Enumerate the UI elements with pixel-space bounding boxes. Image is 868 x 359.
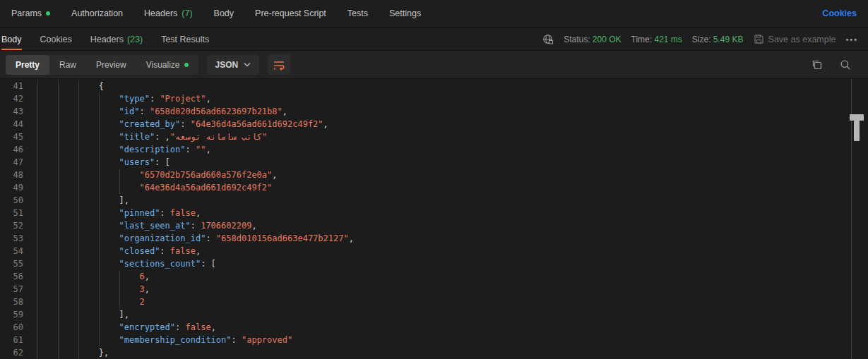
size-stat[interactable]: Size: 5.49 KB [692,35,744,44]
indent-guide [78,130,99,143]
line-number: 50 [0,194,23,207]
status-stat[interactable]: Status: 200 OK [564,35,621,44]
indent-guide [99,156,119,169]
code-line[interactable]: 50], [0,194,868,207]
more-options-button[interactable]: ••• [845,35,858,44]
view-mode-group: PrettyRawPreviewVisualize [6,55,198,75]
code-token: , [206,143,210,156]
code-line[interactable]: 48"6570d2b756ad660a576f2e0a", [0,169,868,181]
code-token: : [185,143,195,156]
code-line[interactable]: 45"title": ,"⁦توسعه⁩ ⁦سامانه⁩ ⁦کاتب⁩" [0,130,868,143]
line-content: "64e36d4a56ad661d692c49f2" [23,181,272,194]
network-info-icon[interactable] [542,34,554,45]
request-tab-pre-request-script[interactable]: Pre-request Script [255,8,326,18]
indent-guide [78,118,99,130]
request-tab-settings[interactable]: Settings [389,8,421,18]
save-as-example-label: Save as example [768,35,836,44]
time-stat[interactable]: Time: 421 ms [631,35,682,44]
code-line[interactable]: 47"users": [ [0,156,868,169]
response-tab-headers[interactable]: Headers(23) [90,28,143,50]
line-content: 6, [23,270,150,283]
indent-guide [37,308,58,321]
view-toolbar: PrettyRawPreviewVisualize JSON [0,51,868,79]
indent-guide [78,219,99,232]
indent-guide [99,92,119,105]
code-line[interactable]: 566, [0,270,868,283]
scrollbar-track[interactable] [851,79,852,359]
code-line[interactable]: 59], [0,308,868,321]
request-tab-tests[interactable]: Tests [347,8,368,18]
code-line[interactable]: 43"id": "658d020d56ad6623697b21b8", [0,105,868,118]
line-content: "closed": false, [23,245,201,257]
line-content: "organization_id": "658d010156ad663e477b… [23,232,354,245]
code-line[interactable]: 61"membership_condition": "approved" [0,334,868,346]
code-token: , [272,169,277,181]
indent-guide [99,169,119,181]
code-line[interactable]: 51"pinned": false, [0,207,868,219]
response-tab-cookies[interactable]: Cookies [40,28,72,50]
view-mode-pretty[interactable]: Pretty [6,55,49,75]
code-token: "last_seen_at" [119,219,191,232]
code-line[interactable]: 54"closed": false, [0,245,868,257]
response-body-viewer[interactable]: 41{42"type": "Project",43"id": "658d020d… [0,79,868,359]
line-number: 54 [0,245,23,257]
request-tab-authorization[interactable]: Authorization [71,8,123,18]
size-value: 5.49 KB [713,35,744,44]
code-token: : [206,232,215,245]
code-token: "658d020d56ad6623697b21b8" [150,105,283,118]
code-token: : [155,130,165,143]
code-line[interactable]: 52"last_seen_at": 1706602209, [0,219,868,232]
request-tab-bar: ParamsAuthorizationHeaders(7)BodyPre-req… [0,0,868,28]
code-token: , [323,118,328,130]
line-content: "6570d2b756ad660a576f2e0a", [23,169,278,181]
code-token: false [186,321,211,334]
line-content: { [23,80,104,92]
code-line[interactable]: 53"organization_id": "658d010156ad663e47… [0,232,868,245]
request-tab-params[interactable]: Params [11,8,50,18]
indent-guide [58,169,78,181]
code-line[interactable]: 55"sections_count": [ [0,257,868,270]
request-tab-body[interactable]: Body [214,8,234,18]
code-line[interactable]: 44"created_by": "64e36d4a56ad661d692c49f… [0,118,868,130]
code-line[interactable]: 62}, [0,346,868,359]
indent-guide [99,143,119,156]
indent-guide [78,80,99,92]
view-mode-visualize[interactable]: Visualize [136,55,198,75]
code-line[interactable]: 42"type": "Project", [0,92,868,105]
response-tab-body[interactable]: Body [1,28,22,50]
cookies-link[interactable]: Cookies [822,8,857,18]
response-tab-test-results[interactable]: Test Results [161,28,209,50]
status-value: 200 OK [593,35,622,44]
indent-guide [37,257,58,270]
code-token: [ [211,257,216,270]
language-dropdown[interactable]: JSON [207,55,260,75]
line-number: 58 [0,296,23,308]
wrap-lines-button[interactable] [268,54,290,75]
view-mode-raw[interactable]: Raw [49,55,86,75]
indent-guide [37,207,58,219]
line-number: 56 [0,270,23,283]
scrollbar-thumb[interactable] [854,121,860,141]
code-line[interactable]: 46"description": "", [0,143,868,156]
line-number: 41 [0,80,23,92]
response-tab-label: Headers [90,35,124,44]
indent-guide [37,156,58,169]
view-mode-preview[interactable]: Preview [86,55,136,75]
code-line[interactable]: 49"64e36d4a56ad661d692c49f2" [0,181,868,194]
save-as-example-button[interactable]: Save as example [754,34,836,44]
indent-guide [37,321,58,334]
copy-response-button[interactable] [811,59,823,71]
indent-guide [37,118,58,130]
scrollbar-thumb[interactable] [850,114,864,121]
line-content: "pinned": false, [23,207,201,219]
code-line[interactable]: 60"encrypted": false, [0,321,868,334]
search-icon[interactable] [840,59,851,71]
line-content: "id": "658d020d56ad6623697b21b8", [23,105,287,118]
indent-guide [58,92,78,105]
code-token: "organization_id" [119,232,206,245]
request-tab-headers[interactable]: Headers(7) [144,8,193,18]
code-line[interactable]: 573, [0,283,868,296]
code-line[interactable]: 582 [0,296,868,308]
line-number: 49 [0,181,23,194]
code-line[interactable]: 41{ [0,80,868,92]
